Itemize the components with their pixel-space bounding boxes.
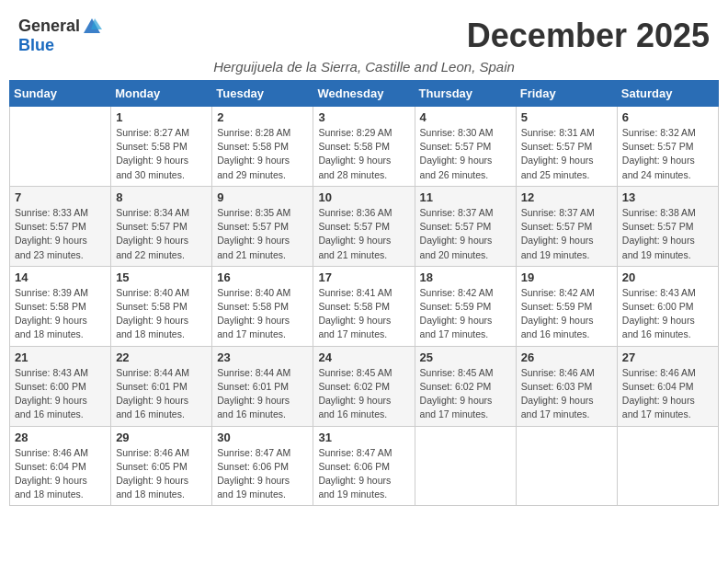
calendar-cell: 1Sunrise: 8:27 AM Sunset: 5:58 PM Daylig…: [111, 107, 212, 187]
day-info: Sunrise: 8:46 AM Sunset: 6:05 PM Dayligh…: [116, 446, 207, 502]
day-number: 25: [420, 350, 511, 364]
day-number: 17: [318, 270, 409, 284]
day-info: Sunrise: 8:37 AM Sunset: 5:57 PM Dayligh…: [521, 206, 612, 262]
subtitle: Herguijuela de la Sierra, Castille and L…: [9, 59, 719, 75]
day-number: 5: [521, 110, 612, 124]
calendar-cell: 10Sunrise: 8:36 AM Sunset: 5:57 PM Dayli…: [313, 186, 415, 266]
day-info: Sunrise: 8:41 AM Sunset: 5:58 PM Dayligh…: [318, 286, 409, 342]
calendar-week-row: 7Sunrise: 8:33 AM Sunset: 5:57 PM Daylig…: [10, 186, 719, 266]
header-thursday: Thursday: [415, 81, 516, 107]
calendar-cell: 4Sunrise: 8:30 AM Sunset: 5:57 PM Daylig…: [415, 107, 516, 187]
calendar-cell: 15Sunrise: 8:40 AM Sunset: 5:58 PM Dayli…: [111, 266, 212, 346]
day-number: 21: [15, 350, 106, 364]
logo-icon: [82, 17, 102, 37]
calendar-cell: 28Sunrise: 8:46 AM Sunset: 6:04 PM Dayli…: [10, 426, 111, 506]
calendar-cell: [617, 426, 718, 506]
calendar-cell: 3Sunrise: 8:29 AM Sunset: 5:58 PM Daylig…: [313, 107, 415, 187]
calendar-cell: 18Sunrise: 8:42 AM Sunset: 5:59 PM Dayli…: [415, 266, 516, 346]
day-info: Sunrise: 8:40 AM Sunset: 5:58 PM Dayligh…: [217, 286, 308, 342]
calendar-cell: [415, 426, 516, 506]
day-number: 1: [116, 110, 207, 124]
calendar-week-row: 28Sunrise: 8:46 AM Sunset: 6:04 PM Dayli…: [10, 426, 719, 506]
day-info: Sunrise: 8:36 AM Sunset: 5:57 PM Dayligh…: [318, 206, 409, 262]
calendar-cell: 14Sunrise: 8:39 AM Sunset: 5:58 PM Dayli…: [10, 266, 111, 346]
day-number: 30: [217, 431, 308, 444]
calendar-cell: 31Sunrise: 8:47 AM Sunset: 6:06 PM Dayli…: [313, 426, 415, 506]
day-info: Sunrise: 8:47 AM Sunset: 6:06 PM Dayligh…: [217, 446, 308, 502]
day-number: 19: [521, 270, 612, 284]
day-info: Sunrise: 8:29 AM Sunset: 5:58 PM Dayligh…: [318, 126, 409, 182]
calendar-cell: 12Sunrise: 8:37 AM Sunset: 5:57 PM Dayli…: [516, 186, 617, 266]
day-number: 26: [521, 350, 612, 364]
day-number: 6: [622, 110, 713, 124]
day-info: Sunrise: 8:42 AM Sunset: 5:59 PM Dayligh…: [521, 286, 612, 342]
logo-general: General: [18, 17, 80, 36]
calendar-cell: 7Sunrise: 8:33 AM Sunset: 5:57 PM Daylig…: [10, 186, 111, 266]
month-title: December 2025: [467, 17, 710, 55]
day-info: Sunrise: 8:46 AM Sunset: 6:04 PM Dayligh…: [15, 446, 106, 502]
day-info: Sunrise: 8:40 AM Sunset: 5:58 PM Dayligh…: [116, 286, 207, 342]
header-wednesday: Wednesday: [313, 81, 415, 107]
calendar-cell: 24Sunrise: 8:45 AM Sunset: 6:02 PM Dayli…: [313, 346, 415, 426]
day-number: 27: [622, 350, 713, 364]
header-monday: Monday: [111, 81, 212, 107]
day-info: Sunrise: 8:28 AM Sunset: 5:58 PM Dayligh…: [217, 126, 308, 182]
calendar-cell: 19Sunrise: 8:42 AM Sunset: 5:59 PM Dayli…: [516, 266, 617, 346]
day-number: 28: [15, 431, 106, 444]
day-info: Sunrise: 8:39 AM Sunset: 5:58 PM Dayligh…: [15, 286, 106, 342]
day-number: 29: [116, 431, 207, 444]
calendar-header-row: SundayMondayTuesdayWednesdayThursdayFrid…: [10, 81, 719, 107]
calendar-cell: 5Sunrise: 8:31 AM Sunset: 5:57 PM Daylig…: [516, 107, 617, 187]
day-number: 12: [521, 190, 612, 204]
day-number: 13: [622, 190, 713, 204]
header-friday: Friday: [516, 81, 617, 107]
day-number: 18: [420, 270, 511, 284]
day-number: 11: [420, 190, 511, 204]
calendar-cell: 30Sunrise: 8:47 AM Sunset: 6:06 PM Dayli…: [212, 426, 313, 506]
calendar-week-row: 21Sunrise: 8:43 AM Sunset: 6:00 PM Dayli…: [10, 346, 719, 426]
day-number: 20: [622, 270, 713, 284]
calendar-cell: 21Sunrise: 8:43 AM Sunset: 6:00 PM Dayli…: [10, 346, 111, 426]
day-number: 7: [15, 190, 106, 204]
day-number: 10: [318, 190, 409, 204]
calendar-cell: 27Sunrise: 8:46 AM Sunset: 6:04 PM Dayli…: [617, 346, 718, 426]
header: General Blue December 2025: [9, 9, 719, 59]
logo-blue: Blue: [18, 36, 54, 54]
calendar-cell: 11Sunrise: 8:37 AM Sunset: 5:57 PM Dayli…: [415, 186, 516, 266]
logo: General Blue: [18, 17, 102, 55]
day-info: Sunrise: 8:47 AM Sunset: 6:06 PM Dayligh…: [318, 446, 409, 502]
calendar-cell: 2Sunrise: 8:28 AM Sunset: 5:58 PM Daylig…: [212, 107, 313, 187]
day-number: 31: [318, 431, 409, 444]
calendar-cell: [10, 107, 111, 187]
day-info: Sunrise: 8:46 AM Sunset: 6:04 PM Dayligh…: [622, 366, 713, 422]
day-info: Sunrise: 8:34 AM Sunset: 5:57 PM Dayligh…: [116, 206, 207, 262]
calendar-cell: 25Sunrise: 8:45 AM Sunset: 6:02 PM Dayli…: [415, 346, 516, 426]
day-info: Sunrise: 8:31 AM Sunset: 5:57 PM Dayligh…: [521, 126, 612, 182]
day-info: Sunrise: 8:27 AM Sunset: 5:58 PM Dayligh…: [116, 126, 207, 182]
day-info: Sunrise: 8:32 AM Sunset: 5:57 PM Dayligh…: [622, 126, 713, 182]
calendar-cell: 26Sunrise: 8:46 AM Sunset: 6:03 PM Dayli…: [516, 346, 617, 426]
day-number: 4: [420, 110, 511, 124]
day-info: Sunrise: 8:30 AM Sunset: 5:57 PM Dayligh…: [420, 126, 511, 182]
day-info: Sunrise: 8:43 AM Sunset: 6:00 PM Dayligh…: [622, 286, 713, 342]
calendar-week-row: 1Sunrise: 8:27 AM Sunset: 5:58 PM Daylig…: [10, 107, 719, 187]
day-info: Sunrise: 8:44 AM Sunset: 6:01 PM Dayligh…: [116, 366, 207, 422]
calendar-week-row: 14Sunrise: 8:39 AM Sunset: 5:58 PM Dayli…: [10, 266, 719, 346]
day-info: Sunrise: 8:35 AM Sunset: 5:57 PM Dayligh…: [217, 206, 308, 262]
day-info: Sunrise: 8:37 AM Sunset: 5:57 PM Dayligh…: [420, 206, 511, 262]
day-number: 24: [318, 350, 409, 364]
day-number: 3: [318, 110, 409, 124]
calendar-cell: 8Sunrise: 8:34 AM Sunset: 5:57 PM Daylig…: [111, 186, 212, 266]
day-info: Sunrise: 8:45 AM Sunset: 6:02 PM Dayligh…: [420, 366, 511, 422]
calendar-cell: 16Sunrise: 8:40 AM Sunset: 5:58 PM Dayli…: [212, 266, 313, 346]
calendar-cell: 20Sunrise: 8:43 AM Sunset: 6:00 PM Dayli…: [617, 266, 718, 346]
day-number: 14: [15, 270, 106, 284]
calendar-cell: 22Sunrise: 8:44 AM Sunset: 6:01 PM Dayli…: [111, 346, 212, 426]
day-info: Sunrise: 8:43 AM Sunset: 6:00 PM Dayligh…: [15, 366, 106, 422]
day-number: 2: [217, 110, 308, 124]
calendar-cell: [516, 426, 617, 506]
day-info: Sunrise: 8:45 AM Sunset: 6:02 PM Dayligh…: [318, 366, 409, 422]
calendar-cell: 17Sunrise: 8:41 AM Sunset: 5:58 PM Dayli…: [313, 266, 415, 346]
day-number: 16: [217, 270, 308, 284]
calendar-table: SundayMondayTuesdayWednesdayThursdayFrid…: [9, 80, 719, 506]
